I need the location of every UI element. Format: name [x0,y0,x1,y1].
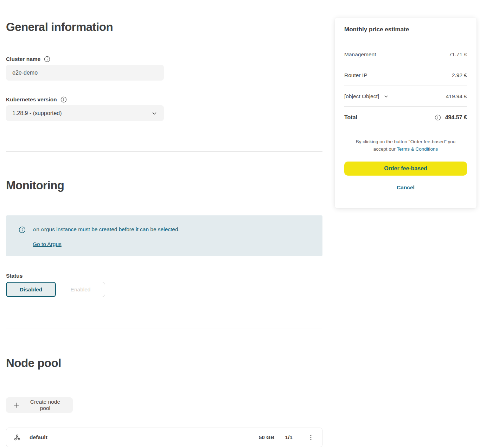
price-row-management: Management 71.71 € [344,44,467,65]
status-option-disabled[interactable]: Disabled [6,282,56,297]
section-divider [6,151,322,152]
price-row-node-pools: [object Object] 419.94 € [344,86,467,107]
price-card-title: Monthly price estimate [344,26,467,33]
chevron-down-icon [151,110,158,116]
status-option-enabled[interactable]: Enabled [53,282,105,297]
info-icon[interactable] [60,96,67,103]
price-total-row: Total 494.57 € [344,107,467,128]
kubernetes-version-select[interactable]: 1.28.9 - (supported) [6,105,164,121]
node-pool-icon [13,434,21,441]
info-icon[interactable] [44,56,50,62]
cluster-name-label: Cluster name [6,56,40,62]
cluster-name-input[interactable] [6,65,164,81]
node-pool-row[interactable]: default 50 GB 1/1 [6,428,322,447]
argus-info-message: An Argus instance must be created before… [33,226,180,233]
price-row-value: 2.92 € [452,72,467,78]
kubernetes-version-label: Kubernetes version [6,96,57,103]
price-row-value: 419.94 € [446,93,467,100]
order-fee-based-button[interactable]: Order fee-based [344,162,467,176]
price-rows: Management 71.71 € Router IP 2.92 € [obj… [344,44,467,128]
cluster-name-field-group: Cluster name [6,56,322,81]
node-pool-title: Node pool [6,356,322,371]
total-value: 494.57 € [445,114,467,121]
price-row-label: Management [344,51,376,58]
price-row-value: 71.71 € [449,51,467,58]
cancel-button[interactable]: Cancel [397,184,415,191]
section-divider [6,328,322,328]
kubernetes-version-selected-value: 1.28.9 - (supported) [12,110,62,116]
info-icon [19,226,26,233]
create-node-pool-button[interactable]: Create node pool [6,397,73,413]
node-pool-node-count: 1/1 [285,434,293,441]
create-node-pool-label: Create node pool [25,399,66,411]
argus-info-banner: An Argus instance must be created before… [6,215,322,256]
status-label: Status [6,273,322,279]
general-information-title: General information [6,20,322,34]
price-row-label: Router IP [344,72,367,78]
node-pool-menu-button[interactable] [307,433,315,442]
monthly-price-estimate-card: Monthly price estimate Management 71.71 … [335,18,476,208]
terms-and-conditions-link[interactable]: Terms & Conditions [397,146,438,152]
info-icon[interactable] [435,114,441,121]
monitoring-title: Monitoring [6,178,322,193]
kubernetes-version-field-group: Kubernetes version 1.28.9 - (supported) [6,96,322,121]
terms-notice: By clicking on the button "Order fee-bas… [350,138,462,153]
chevron-down-icon[interactable] [383,94,389,99]
go-to-argus-link[interactable]: Go to Argus [33,241,62,247]
node-pool-storage: 50 GB [259,434,275,441]
node-pool-name: default [30,434,259,441]
main-content: General information Cluster name Kuberne… [6,0,322,447]
status-toggle: Disabled Enabled [6,282,322,297]
price-row-label: [object Object] [344,93,379,100]
price-row-router-ip: Router IP 2.92 € [344,65,467,86]
total-label: Total [344,114,357,121]
plus-icon [13,402,20,409]
